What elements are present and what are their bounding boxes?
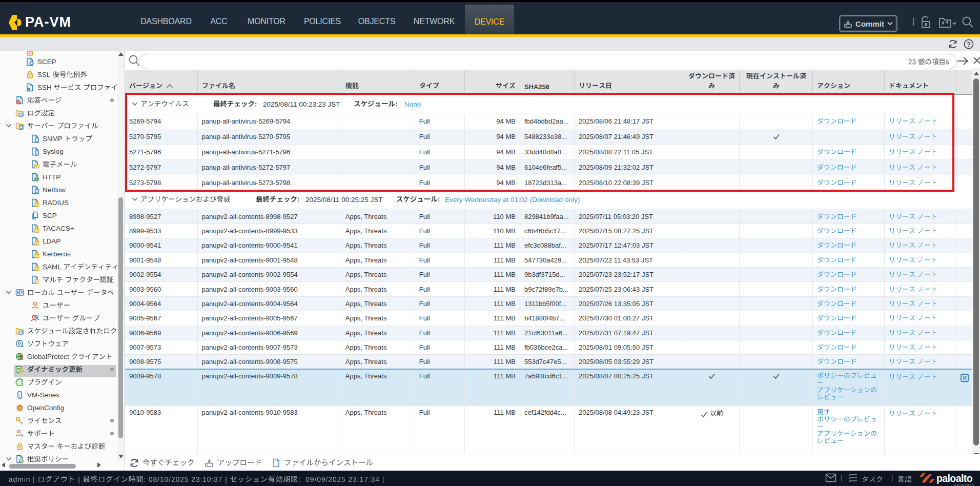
svg-text:?: ?	[967, 41, 971, 48]
